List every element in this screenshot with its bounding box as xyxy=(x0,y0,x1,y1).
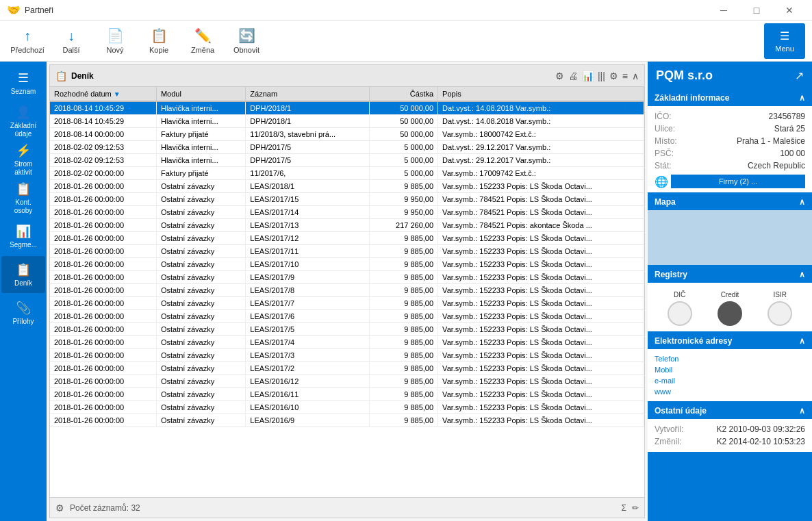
copy-button[interactable]: 📋 Kopie xyxy=(138,23,179,59)
table-row[interactable]: 2018-01-26 00:00:00Ostatní závazkyLEAS/2… xyxy=(50,271,644,284)
refresh-icon: 🔄 xyxy=(238,27,255,44)
mapa-collapse-icon[interactable]: ∧ xyxy=(799,197,805,207)
new-button[interactable]: 📄 Nový xyxy=(94,23,136,59)
elektronicke-content: Telefon Mobil e-mail www xyxy=(648,349,812,401)
sidebar-item-denik[interactable]: 📋 Deník xyxy=(1,256,45,293)
table-row[interactable]: 2018-08-14 10:45:29Hlavička interni...DP… xyxy=(50,115,644,128)
columns-icon[interactable]: ||| xyxy=(598,71,605,81)
table-row[interactable]: 2018-01-26 00:00:00Ostatní závazkyLEAS/2… xyxy=(50,336,644,349)
refresh-button[interactable]: 🔄 Obnovit xyxy=(226,23,267,59)
denik-header: 📋 Deník ⚙ 🖨 📊 ||| ⚙ ≡ ∧ xyxy=(50,65,644,87)
right-panel-header: PQM s.r.o ↗ xyxy=(648,62,812,90)
ico-label: IČO: xyxy=(655,112,672,121)
registry-dic: DIČ xyxy=(668,291,692,326)
table-row[interactable]: 2018-01-26 00:00:00Ostatní závazkyLEAS/2… xyxy=(50,258,644,271)
title-bar: 🤝 Partneři ─ □ ✕ xyxy=(0,0,812,21)
table-row[interactable]: 2018-01-26 00:00:00Ostatní závazkyLEAS/2… xyxy=(50,388,644,401)
table-row[interactable]: 2018-01-26 00:00:00Ostatní závazkyLEAS/2… xyxy=(50,297,644,310)
stat-value: Czech Republic xyxy=(748,161,805,170)
dic-circle xyxy=(668,301,692,326)
filter-icon[interactable]: ⚙ xyxy=(609,71,618,81)
mapa-section: Mapa ∧ xyxy=(648,194,812,265)
change-button[interactable]: ✏️ Změna xyxy=(182,23,223,59)
table-row[interactable]: 2018-01-26 00:00:00Ostatní závazkyLEAS/2… xyxy=(50,206,644,219)
kont-icon: 📋 xyxy=(16,181,31,196)
edit-icon[interactable]: ✏ xyxy=(632,503,639,513)
zakladni-collapse-icon[interactable]: ∧ xyxy=(799,93,805,103)
table-row[interactable]: 2018-01-26 00:00:00Ostatní závazkyLEAS/2… xyxy=(50,362,644,375)
ostatni-collapse-icon[interactable]: ∧ xyxy=(799,406,805,416)
sidebar-item-strom[interactable]: ⚡ Stromaktivit xyxy=(1,141,45,178)
sidebar-item-zakladni[interactable]: 👤 Základníúdaje xyxy=(1,103,45,140)
sidebar-item-segme[interactable]: 📊 Segme... xyxy=(1,218,45,255)
collapse-icon[interactable]: ∧ xyxy=(632,71,639,81)
table-row[interactable]: 2018-01-26 00:00:00Ostatní závazkyLEAS/2… xyxy=(50,310,644,323)
telefon-item[interactable]: Telefon xyxy=(655,353,805,364)
table-row[interactable]: 2018-01-26 00:00:00Ostatní závazkyLEAS/2… xyxy=(50,180,644,193)
denik-title-icon: 📋 xyxy=(55,71,67,81)
prev-button[interactable]: ↑ Předchozí xyxy=(7,23,48,59)
col-popis[interactable]: Popis xyxy=(438,87,644,101)
prev-icon: ↑ xyxy=(24,28,31,44)
maximize-button[interactable]: □ xyxy=(741,0,772,21)
table-row[interactable]: 2018-01-26 00:00:00Ostatní závazkyLEAS/2… xyxy=(50,323,644,336)
table-row[interactable]: 2018-08-14 10:45:29Hlavička interni...DP… xyxy=(50,101,644,115)
main-layout: ☰ Seznam 👤 Základníúdaje ⚡ Stromaktivit … xyxy=(0,62,812,521)
sidebar-item-seznam[interactable]: ☰ Seznam xyxy=(1,64,45,101)
col-date[interactable]: Rozhodné datum ▼ xyxy=(50,87,156,101)
menu-icon: ☰ xyxy=(780,29,789,42)
change-icon: ✏️ xyxy=(194,27,212,44)
firma-button[interactable]: Firmy (2) ... xyxy=(671,175,805,188)
ostatni-section: Ostatní údaje ∧ Vytvořil: K2 2010-09-03 … xyxy=(648,403,812,452)
print-icon[interactable]: 🖨 xyxy=(568,71,578,81)
table-row[interactable]: 2018-01-26 00:00:00Ostatní závazkyLEAS/2… xyxy=(50,349,644,362)
table-row[interactable]: 2018-02-02 09:12:53Hlavička interni...DP… xyxy=(50,141,644,154)
www-item[interactable]: www xyxy=(655,386,805,397)
menu-button[interactable]: ☰ Menu xyxy=(764,23,805,59)
denik-title: 📋 Deník xyxy=(55,71,94,81)
table-row[interactable]: 2018-01-26 00:00:00Ostatní závazkyLEAS/2… xyxy=(50,284,644,297)
table-row[interactable]: 2018-02-02 09:12:53Hlavička interni...DP… xyxy=(50,154,644,167)
mobil-item[interactable]: Mobil xyxy=(655,364,805,375)
new-icon: 📄 xyxy=(107,27,124,44)
denik-tbody: 2018-08-14 10:45:29Hlavička interni...DP… xyxy=(50,101,644,427)
table-row[interactable]: 2018-01-26 00:00:00Ostatní závazkyLEAS/2… xyxy=(50,375,644,388)
registry-isir: ISIR xyxy=(767,291,792,326)
segme-icon: 📊 xyxy=(16,224,31,239)
table-row[interactable]: 2018-01-26 00:00:00Ostatní závazkyLEAS/2… xyxy=(50,401,644,414)
title-bar-left: 🤝 Partneři xyxy=(7,3,53,16)
table-row[interactable]: 2018-01-26 00:00:00Ostatní závazkyLEAS/2… xyxy=(50,232,644,245)
ostatni-content: Vytvořil: K2 2010-09-03 09:32:26 Změnil:… xyxy=(648,419,812,452)
external-link-icon[interactable]: ↗ xyxy=(795,69,804,82)
misto-label: Místo: xyxy=(655,136,677,146)
table-row[interactable]: 2018-08-14 00:00:00Faktury přijaté11/201… xyxy=(50,128,644,141)
app-title: Partneři xyxy=(25,5,53,15)
table-row[interactable]: 2018-01-26 00:00:00Ostatní závazkyLEAS/2… xyxy=(50,193,644,206)
table-row[interactable]: 2018-01-26 00:00:00Ostatní závazkyLEAS/2… xyxy=(50,219,644,232)
status-settings-icon[interactable]: ⚙ xyxy=(55,503,64,513)
table-container[interactable]: Rozhodné datum ▼ Modul Záznam Částka Pop… xyxy=(50,87,644,497)
sidebar-item-kont[interactable]: 📋 Kont.osoby xyxy=(1,179,45,216)
col-castka[interactable]: Částka xyxy=(369,87,437,101)
email-item[interactable]: e-mail xyxy=(655,375,805,386)
next-button[interactable]: ↓ Další xyxy=(51,23,92,59)
ico-value: 23456789 xyxy=(769,112,805,121)
ulice-value: Stará 25 xyxy=(774,124,805,134)
registry-collapse-icon[interactable]: ∧ xyxy=(799,270,805,279)
sidebar-item-prilohy[interactable]: 📎 Přílohy xyxy=(1,294,45,331)
col-modul[interactable]: Modul xyxy=(156,87,245,101)
close-button[interactable]: ✕ xyxy=(774,0,805,21)
list-icon[interactable]: ≡ xyxy=(622,71,628,81)
table-row[interactable]: 2018-01-26 00:00:00Ostatní závazkyLEAS/2… xyxy=(50,414,644,427)
chart-icon[interactable]: 📊 xyxy=(582,71,594,81)
denik-table: Rozhodné datum ▼ Modul Záznam Částka Pop… xyxy=(50,87,644,427)
sum-icon[interactable]: Σ xyxy=(622,503,626,513)
table-row[interactable]: 2018-01-26 00:00:00Ostatní závazkyLEAS/2… xyxy=(50,245,644,258)
col-zaznam[interactable]: Záznam xyxy=(246,87,370,101)
settings-icon[interactable]: ⚙ xyxy=(555,71,564,81)
table-row[interactable]: 2018-02-02 00:00:00Faktury přijaté11/201… xyxy=(50,167,644,180)
status-bar: ⚙ Počet záznamů: 32 Σ ✏ xyxy=(50,497,644,518)
minimize-button[interactable]: ─ xyxy=(708,0,739,21)
registry-content: DIČ Credit ISIR xyxy=(648,283,812,331)
elektronicke-collapse-icon[interactable]: ∧ xyxy=(799,336,805,346)
